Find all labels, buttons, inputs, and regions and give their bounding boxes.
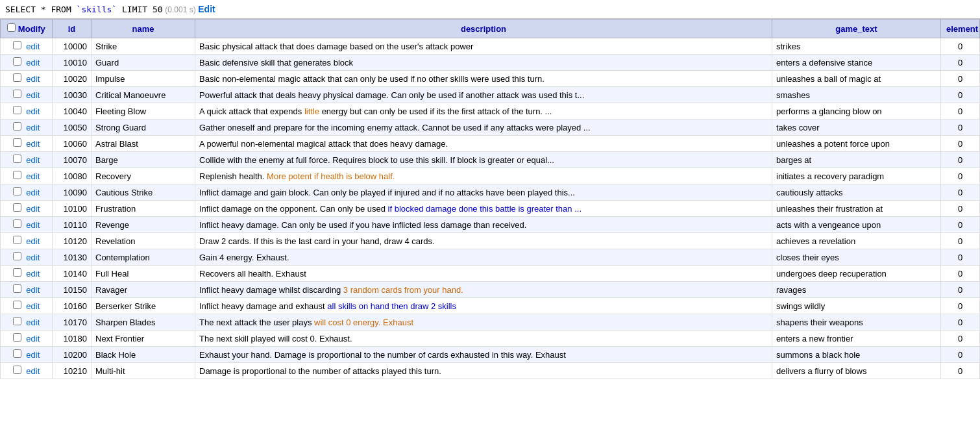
- modify-cell[interactable]: edit: [1, 184, 53, 201]
- modify-cell[interactable]: edit: [1, 233, 53, 249]
- name-cell: Fleeting Blow: [92, 103, 195, 119]
- row-checkbox[interactable]: [13, 333, 21, 342]
- edit-row-link[interactable]: edit: [26, 58, 40, 68]
- row-checkbox[interactable]: [13, 252, 21, 260]
- edit-row-link[interactable]: edit: [26, 188, 40, 197]
- row-checkbox[interactable]: [13, 203, 21, 212]
- row-checkbox[interactable]: [13, 236, 21, 244]
- edit-row-link[interactable]: edit: [26, 318, 40, 327]
- id-cell: 10180: [53, 331, 92, 347]
- edit-row-link[interactable]: edit: [26, 301, 40, 311]
- modify-cell[interactable]: edit: [1, 71, 53, 87]
- id-cell: 10030: [53, 87, 92, 103]
- modify-cell[interactable]: edit: [1, 38, 53, 55]
- edit-row-link[interactable]: edit: [26, 204, 40, 214]
- description-cell: Recovers all health. Exhaust: [195, 266, 772, 282]
- table-row: edit10150RavagerInflict heavy damage whi…: [1, 282, 980, 298]
- modify-cell[interactable]: edit: [1, 282, 53, 298]
- id-cell: 10200: [53, 347, 92, 363]
- table-row: edit10020ImpulseBasic non-elemental magi…: [1, 71, 980, 87]
- id-cell: 10130: [53, 249, 92, 266]
- row-checkbox[interactable]: [13, 284, 21, 293]
- col-header-game-text[interactable]: game_text: [772, 19, 941, 38]
- modify-cell[interactable]: edit: [1, 266, 53, 282]
- edit-row-link[interactable]: edit: [26, 220, 40, 230]
- edit-row-link[interactable]: edit: [26, 90, 40, 100]
- element-cell: 0: [941, 249, 980, 266]
- modify-cell[interactable]: edit: [1, 314, 53, 331]
- row-checkbox[interactable]: [13, 155, 21, 163]
- row-checkbox[interactable]: [13, 268, 21, 277]
- col-header-description[interactable]: description: [195, 19, 772, 38]
- row-checkbox[interactable]: [13, 73, 21, 82]
- description-cell: Inflict heavy damage. Can only be used i…: [195, 217, 772, 233]
- id-cell: 10070: [53, 152, 92, 168]
- description-cell: Gather oneself and prepare for the incom…: [195, 119, 772, 136]
- name-cell: Full Heal: [92, 266, 195, 282]
- modify-cell[interactable]: edit: [1, 201, 53, 217]
- edit-row-link[interactable]: edit: [26, 171, 40, 181]
- table-name: `skills`: [77, 5, 117, 14]
- modify-cell[interactable]: edit: [1, 87, 53, 103]
- edit-row-link[interactable]: edit: [26, 106, 40, 116]
- modify-cell[interactable]: edit: [1, 168, 53, 184]
- game-text-cell: closes their eyes: [772, 249, 941, 266]
- edit-row-link[interactable]: edit: [26, 123, 40, 132]
- modify-cell[interactable]: edit: [1, 217, 53, 233]
- game-text-cell: acts with a vengeance upon: [772, 217, 941, 233]
- row-checkbox[interactable]: [13, 106, 21, 114]
- row-checkbox[interactable]: [13, 219, 21, 228]
- row-checkbox[interactable]: [13, 171, 21, 179]
- modify-cell[interactable]: edit: [1, 119, 53, 136]
- table-row: edit10120RevelationDraw 2 cards. If this…: [1, 233, 980, 249]
- col-header-element[interactable]: element: [941, 19, 980, 38]
- select-all-checkbox[interactable]: [7, 23, 16, 32]
- modify-cell[interactable]: edit: [1, 136, 53, 152]
- edit-row-link[interactable]: edit: [26, 366, 40, 376]
- col-header-name[interactable]: name: [92, 19, 195, 38]
- modify-cell[interactable]: edit: [1, 347, 53, 363]
- element-cell: 0: [941, 217, 980, 233]
- modify-cell[interactable]: edit: [1, 331, 53, 347]
- modify-cell[interactable]: edit: [1, 363, 53, 379]
- edit-row-link[interactable]: edit: [26, 350, 40, 360]
- edit-row-link[interactable]: edit: [26, 334, 40, 343]
- edit-row-link[interactable]: edit: [26, 269, 40, 279]
- edit-row-link[interactable]: edit: [26, 236, 40, 246]
- row-checkbox[interactable]: [13, 122, 21, 131]
- name-cell: Critical Manoeuvre: [92, 87, 195, 103]
- table-row: edit10060Astral BlastA powerful non-elem…: [1, 136, 980, 152]
- description-cell: A quick attack that expends little energ…: [195, 103, 772, 119]
- edit-row-link[interactable]: edit: [26, 285, 40, 295]
- edit-row-link[interactable]: edit: [26, 253, 40, 262]
- element-cell: 0: [941, 168, 980, 184]
- modify-cell[interactable]: edit: [1, 55, 53, 71]
- edit-row-link[interactable]: edit: [26, 42, 40, 51]
- name-cell: Astral Blast: [92, 136, 195, 152]
- modify-cell[interactable]: edit: [1, 103, 53, 119]
- name-cell: Multi-hit: [92, 363, 195, 379]
- row-checkbox[interactable]: [13, 57, 21, 66]
- row-checkbox[interactable]: [13, 90, 21, 98]
- row-checkbox[interactable]: [13, 349, 21, 358]
- modify-cell[interactable]: edit: [1, 298, 53, 314]
- edit-row-link[interactable]: edit: [26, 139, 40, 149]
- edit-link[interactable]: Edit: [198, 4, 215, 14]
- row-checkbox[interactable]: [13, 317, 21, 325]
- id-cell: 10110: [53, 217, 92, 233]
- description-cell: Exhaust your hand. Damage is proportiona…: [195, 347, 772, 363]
- edit-row-link[interactable]: edit: [26, 155, 40, 165]
- row-checkbox[interactable]: [13, 187, 21, 195]
- row-checkbox[interactable]: [13, 41, 21, 49]
- row-checkbox[interactable]: [13, 138, 21, 147]
- table-row: edit10050Strong GuardGather oneself and …: [1, 119, 980, 136]
- row-checkbox[interactable]: [13, 366, 21, 374]
- edit-row-link[interactable]: edit: [26, 74, 40, 84]
- modify-cell[interactable]: edit: [1, 249, 53, 266]
- modify-cell[interactable]: edit: [1, 152, 53, 168]
- element-cell: 0: [941, 184, 980, 201]
- game-text-cell: unleashes a ball of magic at: [772, 71, 941, 87]
- name-cell: Revelation: [92, 233, 195, 249]
- col-header-id[interactable]: id: [53, 19, 92, 38]
- row-checkbox[interactable]: [13, 301, 21, 309]
